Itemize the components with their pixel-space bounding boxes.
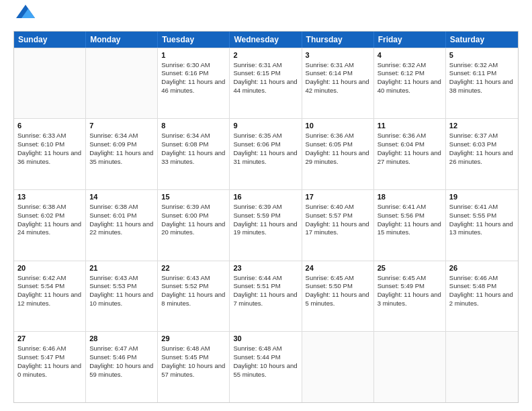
cal-cell-4-1: 28Sunrise: 6:47 AMSunset: 5:46 PMDayligh… [86, 332, 158, 402]
daylight-text: Daylight: 11 hours and 2 minutes. [449, 291, 513, 307]
cal-cell-0-1 [86, 48, 158, 119]
sunset-text: Sunset: 6:04 PM [378, 140, 425, 148]
day-number: 15 [161, 192, 226, 202]
sunrise-text: Sunrise: 6:46 AM [449, 274, 498, 281]
cal-row-3: 20Sunrise: 6:42 AMSunset: 5:54 PMDayligh… [14, 261, 518, 332]
cal-cell-1-6: 12Sunrise: 6:37 AMSunset: 6:03 PMDayligh… [446, 119, 518, 189]
day-number: 16 [233, 192, 298, 202]
daylight-text: Daylight: 10 hours and 57 minutes. [161, 362, 225, 378]
cal-cell-3-5: 25Sunrise: 6:45 AMSunset: 5:49 PMDayligh… [374, 261, 446, 332]
sunset-text: Sunset: 6:00 PM [161, 212, 208, 219]
daylight-text: Daylight: 11 hours and 26 minutes. [449, 149, 513, 165]
cal-cell-1-3: 9Sunrise: 6:35 AMSunset: 6:06 PMDaylight… [230, 119, 302, 189]
day-number: 26 [449, 263, 515, 273]
logo-icon [16, 5, 35, 18]
sunset-text: Sunset: 6:08 PM [161, 140, 208, 148]
calendar: SundayMondayTuesdayWednesdayThursdayFrid… [13, 31, 519, 403]
daylight-text: Daylight: 11 hours and 3 minutes. [378, 291, 441, 307]
day-number: 9 [233, 121, 298, 131]
daylight-text: Daylight: 11 hours and 20 minutes. [161, 220, 225, 236]
day-number: 19 [449, 192, 515, 202]
cal-cell-4-5 [374, 332, 446, 402]
sunset-text: Sunset: 6:15 PM [233, 69, 280, 77]
sunset-text: Sunset: 5:52 PM [161, 282, 208, 289]
sunrise-text: Sunrise: 6:41 AM [378, 203, 426, 210]
sunset-text: Sunset: 5:51 PM [233, 282, 280, 289]
sunset-text: Sunset: 6:02 PM [17, 212, 64, 219]
cal-header-wednesday: Wednesday [230, 32, 302, 48]
day-number: 24 [306, 263, 370, 273]
daylight-text: Daylight: 11 hours and 0 minutes. [17, 362, 81, 378]
sunrise-text: Sunrise: 6:36 AM [306, 132, 354, 139]
sunrise-text: Sunrise: 6:47 AM [89, 345, 138, 352]
day-number: 25 [378, 263, 442, 273]
sunset-text: Sunset: 6:10 PM [17, 140, 64, 148]
daylight-text: Daylight: 11 hours and 36 minutes. [17, 149, 81, 165]
sunrise-text: Sunrise: 6:48 AM [233, 345, 281, 352]
cal-cell-1-2: 8Sunrise: 6:34 AMSunset: 6:08 PMDaylight… [158, 119, 230, 189]
day-number: 1 [161, 50, 226, 60]
daylight-text: Daylight: 11 hours and 12 minutes. [17, 291, 81, 307]
daylight-text: Daylight: 10 hours and 59 minutes. [89, 362, 153, 378]
sunrise-text: Sunrise: 6:48 AM [161, 345, 210, 352]
cal-cell-2-0: 13Sunrise: 6:38 AMSunset: 6:02 PMDayligh… [14, 190, 86, 261]
day-number: 20 [17, 263, 82, 273]
cal-header-friday: Friday [374, 32, 446, 48]
day-number: 22 [161, 263, 226, 273]
logo [13, 11, 35, 24]
cal-row-4: 27Sunrise: 6:46 AMSunset: 5:47 PMDayligh… [14, 331, 518, 402]
cal-cell-1-5: 11Sunrise: 6:36 AMSunset: 6:04 PMDayligh… [374, 119, 446, 189]
day-number: 30 [233, 334, 298, 344]
cal-row-1: 6Sunrise: 6:33 AMSunset: 6:10 PMDaylight… [14, 118, 518, 189]
sunset-text: Sunset: 6:03 PM [449, 140, 496, 148]
cal-cell-3-3: 23Sunrise: 6:44 AMSunset: 5:51 PMDayligh… [230, 261, 302, 332]
cal-cell-1-0: 6Sunrise: 6:33 AMSunset: 6:10 PMDaylight… [14, 119, 86, 189]
cal-cell-0-6: 5Sunrise: 6:32 AMSunset: 6:11 PMDaylight… [446, 48, 518, 119]
sunset-text: Sunset: 5:45 PM [161, 353, 208, 361]
day-number: 12 [449, 121, 515, 131]
sunrise-text: Sunrise: 6:39 AM [161, 203, 210, 210]
sunset-text: Sunset: 5:56 PM [378, 212, 425, 219]
sunset-text: Sunset: 6:12 PM [378, 69, 425, 77]
sunrise-text: Sunrise: 6:40 AM [306, 203, 354, 210]
daylight-text: Daylight: 11 hours and 5 minutes. [306, 291, 369, 307]
sunset-text: Sunset: 5:47 PM [17, 353, 64, 361]
sunrise-text: Sunrise: 6:37 AM [449, 132, 498, 139]
cal-cell-3-2: 22Sunrise: 6:43 AMSunset: 5:52 PMDayligh… [158, 261, 230, 332]
day-number: 11 [378, 121, 442, 131]
day-number: 23 [233, 263, 298, 273]
day-number: 7 [89, 121, 154, 131]
day-number: 29 [161, 334, 226, 344]
cal-cell-2-4: 17Sunrise: 6:40 AMSunset: 5:57 PMDayligh… [302, 190, 374, 261]
day-number: 21 [89, 263, 154, 273]
sunrise-text: Sunrise: 6:33 AM [17, 132, 66, 139]
day-number: 27 [17, 334, 82, 344]
daylight-text: Daylight: 11 hours and 44 minutes. [233, 78, 297, 94]
daylight-text: Daylight: 11 hours and 27 minutes. [378, 149, 441, 165]
sunrise-text: Sunrise: 6:34 AM [89, 132, 138, 139]
cal-header-monday: Monday [86, 32, 158, 48]
sunset-text: Sunset: 6:11 PM [449, 69, 496, 77]
sunset-text: Sunset: 5:48 PM [449, 282, 496, 289]
cal-cell-0-0 [14, 48, 86, 119]
sunset-text: Sunset: 5:46 PM [89, 353, 136, 361]
cal-row-0: 1Sunrise: 6:30 AMSunset: 6:16 PMDaylight… [14, 48, 518, 119]
cal-cell-4-3: 30Sunrise: 6:48 AMSunset: 5:44 PMDayligh… [230, 332, 302, 402]
day-number: 3 [306, 50, 370, 60]
sunrise-text: Sunrise: 6:45 AM [378, 274, 426, 281]
day-number: 17 [306, 192, 370, 202]
daylight-text: Daylight: 11 hours and 22 minutes. [89, 220, 153, 236]
daylight-text: Daylight: 11 hours and 10 minutes. [89, 291, 153, 307]
sunset-text: Sunset: 5:50 PM [306, 282, 353, 289]
sunrise-text: Sunrise: 6:44 AM [233, 274, 281, 281]
sunset-text: Sunset: 5:44 PM [233, 353, 280, 361]
day-number: 6 [17, 121, 82, 131]
cal-cell-3-6: 26Sunrise: 6:46 AMSunset: 5:48 PMDayligh… [446, 261, 518, 332]
cal-cell-3-4: 24Sunrise: 6:45 AMSunset: 5:50 PMDayligh… [302, 261, 374, 332]
daylight-text: Daylight: 11 hours and 15 minutes. [378, 220, 441, 236]
calendar-header-row: SundayMondayTuesdayWednesdayThursdayFrid… [14, 32, 518, 48]
day-number: 13 [17, 192, 82, 202]
daylight-text: Daylight: 11 hours and 8 minutes. [161, 291, 225, 307]
daylight-text: Daylight: 11 hours and 29 minutes. [306, 149, 369, 165]
cal-cell-2-5: 18Sunrise: 6:41 AMSunset: 5:56 PMDayligh… [374, 190, 446, 261]
